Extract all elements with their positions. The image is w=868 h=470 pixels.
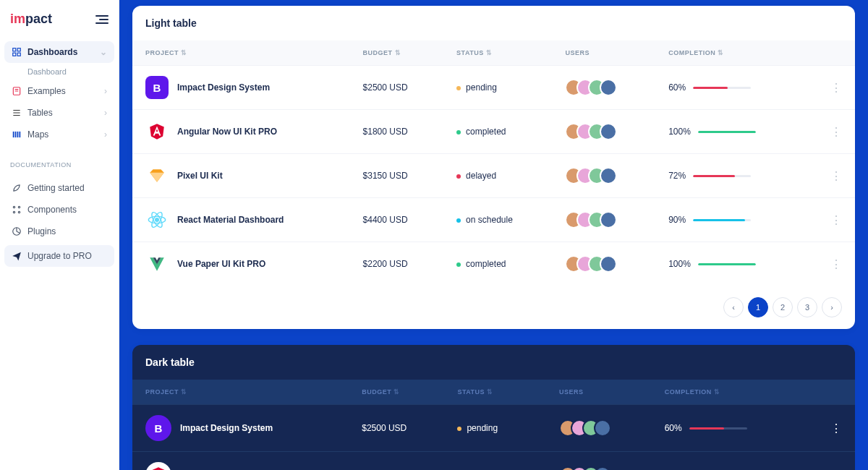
page-1[interactable]: 1: [748, 297, 768, 317]
dark-table: PROJECT⇅BUDGET⇅STATUS⇅USERSCOMPLETION⇅ B…: [132, 380, 855, 470]
chevron-down-icon: ⌄: [100, 47, 107, 57]
col-users[interactable]: USERS: [546, 380, 652, 405]
avatar[interactable]: [600, 79, 617, 96]
sidebar-item-examples[interactable]: Examples›: [4, 80, 114, 102]
sort-icon: ⇅: [714, 388, 720, 396]
table-row: Pixel UI Kit$3150 USDdelayed72%⋮: [132, 154, 855, 198]
col-completion[interactable]: COMPLETION⇅: [652, 380, 804, 405]
project-cell: Pixel UI Kit: [145, 164, 337, 187]
budget-cell: $3150 USD: [350, 154, 444, 198]
sidebar-item-label: Upgrade to PRO: [27, 251, 92, 261]
col-project[interactable]: PROJECT⇅: [132, 40, 350, 66]
svg-rect-5: [13, 132, 14, 137]
completion-cell: 90%: [655, 198, 805, 242]
col-budget[interactable]: BUDGET⇅: [349, 380, 444, 405]
completion-pct: 60%: [665, 423, 682, 433]
dashboard-icon: [12, 47, 22, 57]
avatar-group[interactable]: [559, 419, 639, 437]
row-actions-icon[interactable]: ⋮: [805, 198, 855, 242]
status-cell: pending: [444, 405, 546, 452]
table-row: React Material Dashboard$4400 USDon sche…: [132, 198, 855, 242]
col-status[interactable]: STATUS⇅: [444, 380, 546, 405]
avatar-group[interactable]: [565, 167, 642, 184]
sidebar-item-upgrade-to-pro[interactable]: Upgrade to PRO: [4, 245, 114, 267]
nav-doc: Getting startedComponentsPluginsUpgrade …: [0, 173, 119, 271]
avatar-group[interactable]: [565, 123, 642, 140]
avatar[interactable]: [594, 419, 611, 437]
svg-point-9: [13, 206, 14, 208]
main-content: Light table PROJECT⇅BUDGET⇅STATUS⇅USERSC…: [119, 0, 868, 470]
sidebar-sub-dashboard[interactable]: Dashboard: [4, 63, 114, 80]
col-budget[interactable]: BUDGET⇅: [350, 40, 444, 66]
completion-cell: 100%: [655, 242, 805, 286]
project-cell: Vue Paper UI Kit PRO: [145, 252, 337, 275]
row-actions-icon[interactable]: ⋮: [805, 242, 855, 286]
completion-cell: 72%: [655, 154, 805, 198]
svg-rect-2: [13, 53, 16, 56]
status-cell: pending: [443, 66, 552, 110]
pagination: ‹123›: [132, 286, 855, 329]
col-completion[interactable]: COMPLETION⇅: [655, 40, 805, 66]
logo[interactable]: impact: [10, 12, 52, 27]
users-cell: [546, 405, 652, 452]
hamburger-icon[interactable]: [95, 15, 109, 24]
svg-point-11: [13, 211, 14, 213]
status-cell: on schedule: [443, 198, 552, 242]
sort-icon: ⇅: [181, 388, 187, 396]
avatar-group[interactable]: [565, 255, 642, 273]
avatar-group[interactable]: [559, 466, 639, 470]
avatar-group[interactable]: [565, 79, 642, 96]
sidebar-item-maps[interactable]: Maps›: [4, 124, 114, 145]
svg-point-10: [18, 206, 20, 208]
dark-table-title: Dark table: [132, 345, 855, 380]
completion-pct: 100%: [668, 127, 691, 137]
budget-cell: $1800 USD: [350, 110, 444, 154]
sidebar-item-tables[interactable]: Tables›: [4, 102, 114, 124]
sidebar-item-plugins[interactable]: Plugins: [4, 221, 114, 242]
sidebar-item-label: Plugins: [27, 226, 56, 236]
page-3[interactable]: 3: [797, 297, 817, 317]
page-prev[interactable]: ‹: [723, 297, 744, 317]
sidebar-item-components[interactable]: Components: [4, 199, 114, 221]
project-name: Pixel UI Kit: [177, 171, 223, 181]
row-actions-icon[interactable]: ⋮: [804, 405, 855, 452]
budget-cell: $1800 USD: [349, 452, 444, 471]
sidebar-item-label: Maps: [27, 129, 48, 140]
row-actions-icon[interactable]: ⋮: [804, 452, 855, 471]
completion-pct: 72%: [668, 171, 686, 181]
sidebar-item-label: Components: [27, 205, 77, 215]
users-cell: [552, 198, 655, 242]
page-next[interactable]: ›: [822, 297, 842, 317]
col-actions: [804, 380, 855, 405]
table-row: Vue Paper UI Kit PRO$2200 USDcompleted10…: [132, 242, 855, 286]
svg-point-14: [156, 218, 159, 222]
svg-rect-7: [17, 132, 19, 137]
row-actions-icon[interactable]: ⋮: [805, 66, 855, 110]
page-2[interactable]: 2: [773, 297, 793, 317]
completion-cell: 60%: [655, 66, 805, 110]
row-actions-icon[interactable]: ⋮: [805, 154, 855, 198]
avatar[interactable]: [600, 123, 617, 140]
sidebar-item-getting-started[interactable]: Getting started: [4, 177, 114, 199]
rocket-icon: [12, 183, 22, 193]
sidebar-item-label: Examples: [27, 86, 66, 96]
avatar[interactable]: [594, 466, 611, 470]
avatar[interactable]: [600, 211, 617, 228]
avatar[interactable]: [600, 255, 617, 273]
sidebar-item-label: Dashboards: [27, 47, 77, 57]
avatar[interactable]: [600, 167, 617, 184]
completion-pct: 100%: [668, 259, 691, 269]
completion-cell: 100%: [652, 452, 804, 471]
avatar-group[interactable]: [565, 211, 642, 228]
chevron-right-icon: ›: [104, 108, 107, 118]
light-table-title: Light table: [132, 6, 855, 40]
row-actions-icon[interactable]: ⋮: [805, 110, 855, 154]
col-users[interactable]: USERS: [552, 40, 655, 66]
col-status[interactable]: STATUS⇅: [443, 40, 552, 66]
sidebar-item-label: Tables: [27, 108, 53, 118]
light-table: PROJECT⇅BUDGET⇅STATUS⇅USERSCOMPLETION⇅ B…: [132, 40, 855, 286]
col-project[interactable]: PROJECT⇅: [132, 380, 349, 405]
sidebar-item-dashboards[interactable]: Dashboards⌄: [4, 41, 114, 63]
completion-cell: 100%: [655, 110, 805, 154]
table-row: BImpact Design System$2500 USDpending60%…: [132, 66, 855, 110]
